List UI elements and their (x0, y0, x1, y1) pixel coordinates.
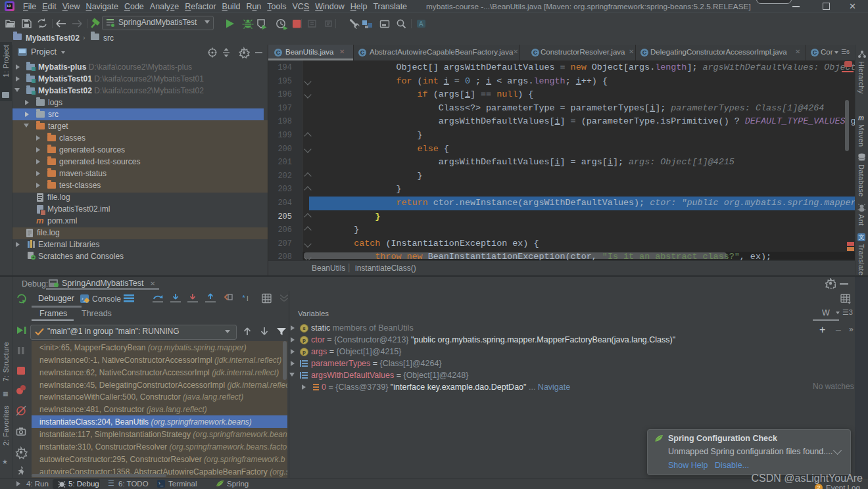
svg-text:I: I (247, 295, 249, 302)
svg-text:*: * (242, 294, 245, 302)
svg-text:A: A (419, 20, 423, 28)
